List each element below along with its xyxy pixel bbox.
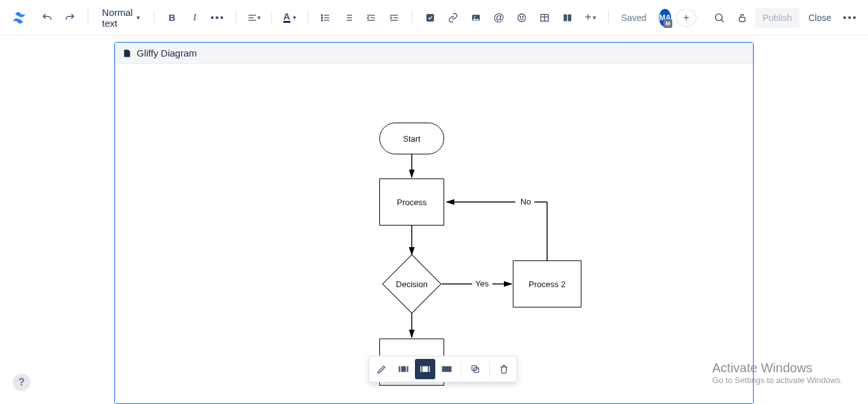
document-icon	[123, 48, 132, 58]
invite-button[interactable]: +	[676, 9, 696, 27]
chevron-down-icon: ▾	[293, 14, 296, 21]
width-wide-button[interactable]	[415, 359, 435, 379]
undo-button[interactable]	[37, 8, 57, 28]
text-style-dropdown[interactable]: Normal text ▾	[96, 8, 146, 28]
flowchart-process-node[interactable]: Process	[379, 178, 444, 226]
svg-rect-45	[429, 367, 430, 372]
flowchart-process2-node[interactable]: Process 2	[513, 260, 581, 307]
toolbar-divider	[236, 10, 236, 25]
text-color-dropdown[interactable]: A ▾	[280, 8, 300, 28]
page-scroll-area[interactable]: Gliffy Diagram	[0, 36, 868, 404]
svg-rect-40	[399, 367, 400, 372]
gliffy-title: Gliffy Diagram	[137, 48, 197, 58]
edit-macro-button[interactable]	[372, 359, 392, 379]
edge-yes-label: Yes	[473, 279, 491, 288]
svg-point-20	[474, 16, 475, 17]
chevron-down-icon: ▾	[593, 14, 596, 21]
restrictions-button[interactable]	[732, 8, 752, 28]
edge-no-label: No	[518, 197, 534, 206]
chevron-down-icon: ▾	[137, 14, 140, 21]
svg-point-23	[522, 17, 523, 17]
help-icon: ?	[18, 377, 25, 388]
italic-button[interactable]: I	[185, 8, 205, 28]
flowchart-decision-node[interactable]: Decision	[382, 257, 442, 311]
link-button[interactable]	[443, 8, 463, 28]
chevron-down-icon: ▾	[257, 14, 261, 21]
gliffy-diagram-canvas[interactable]: Start Process Decision Process 2 Yes No	[115, 64, 753, 403]
avatar[interactable]: MA M	[659, 9, 671, 27]
flowchart-start-node[interactable]: Start	[379, 123, 444, 154]
toolbar-divider	[608, 10, 609, 25]
numbered-list-button[interactable]	[338, 8, 358, 28]
decision-label: Decision	[396, 279, 428, 289]
svg-point-29	[715, 14, 722, 21]
toolbar-divider	[271, 10, 272, 25]
close-button[interactable]: Close	[802, 8, 837, 28]
help-button[interactable]: ?	[13, 374, 31, 391]
start-label: Start	[403, 134, 420, 144]
avatar-badge: M	[663, 19, 672, 28]
find-replace-button[interactable]	[709, 8, 729, 28]
bold-button[interactable]: B	[162, 8, 182, 28]
more-formatting-button[interactable]: •••	[208, 8, 228, 28]
more-actions-button[interactable]: •••	[840, 8, 860, 28]
layouts-button[interactable]	[557, 8, 578, 28]
svg-rect-28	[568, 14, 571, 21]
emoji-button[interactable]	[512, 8, 532, 28]
saved-status: Saved	[616, 13, 652, 23]
svg-point-4	[322, 17, 323, 18]
close-label: Close	[808, 13, 831, 23]
svg-point-22	[520, 17, 520, 17]
copy-macro-button[interactable]	[465, 359, 485, 379]
mention-button[interactable]: @	[489, 8, 509, 28]
svg-line-30	[721, 20, 724, 22]
svg-point-3	[322, 15, 323, 16]
process2-label: Process 2	[529, 279, 566, 289]
text-style-label: Normal text	[102, 7, 133, 29]
outdent-button[interactable]	[361, 8, 381, 28]
action-item-button[interactable]	[420, 8, 440, 28]
svg-rect-44	[423, 367, 428, 372]
mini-divider	[489, 361, 490, 377]
table-button[interactable]	[534, 8, 555, 28]
svg-rect-43	[421, 367, 422, 372]
redo-button[interactable]	[60, 8, 80, 28]
insert-dropdown[interactable]: + ▾	[580, 8, 600, 28]
publish-button: Publish	[755, 8, 799, 28]
process-label: Process	[397, 198, 427, 207]
indent-button[interactable]	[384, 8, 404, 28]
width-full-button[interactable]	[437, 359, 457, 379]
svg-rect-42	[407, 367, 408, 372]
toolbar-divider	[308, 10, 308, 25]
bullet-list-button[interactable]	[315, 8, 336, 28]
svg-rect-46	[442, 367, 452, 372]
toolbar-divider	[412, 10, 412, 25]
image-button[interactable]	[466, 8, 486, 28]
publish-label: Publish	[763, 13, 792, 23]
editor-toolbar: Normal text ▾ B I ••• ▾ A ▾ @	[0, 0, 868, 36]
align-dropdown[interactable]: ▾	[243, 8, 264, 28]
width-center-button[interactable]	[393, 359, 414, 379]
toolbar-divider	[154, 10, 154, 25]
svg-point-5	[322, 20, 323, 21]
svg-rect-18	[426, 14, 434, 22]
svg-rect-31	[740, 17, 745, 22]
svg-rect-41	[401, 367, 406, 372]
svg-point-21	[518, 14, 526, 22]
svg-rect-27	[564, 14, 567, 21]
delete-macro-button[interactable]	[494, 359, 514, 379]
macro-floating-toolbar	[369, 356, 517, 382]
mini-divider	[461, 361, 461, 377]
gliffy-macro-panel[interactable]: Gliffy Diagram	[114, 42, 754, 404]
toolbar-divider	[88, 10, 88, 25]
gliffy-macro-header: Gliffy Diagram	[115, 43, 753, 64]
confluence-logo-icon	[11, 10, 27, 26]
